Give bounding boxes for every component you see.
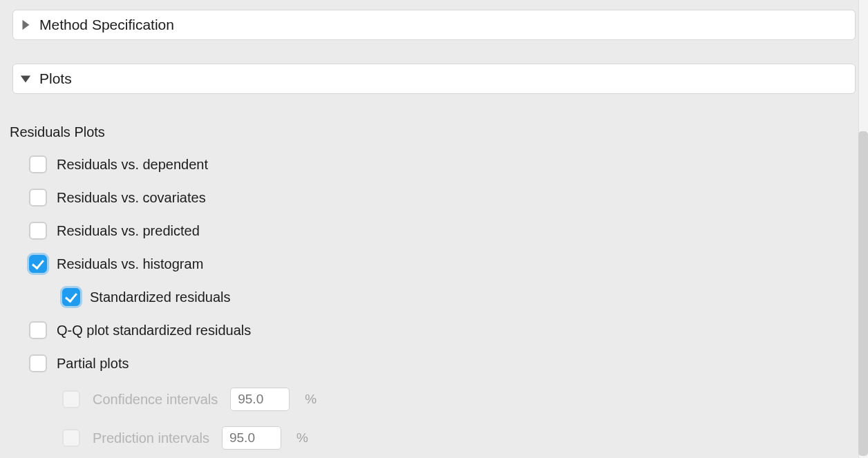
checkbox-residuals-vs-covariates[interactable] xyxy=(29,189,47,207)
suffix-prediction-intervals: % xyxy=(296,430,308,446)
option-partial-plots[interactable]: Partial plots xyxy=(29,354,856,372)
panel-method-specification[interactable]: Method Specification xyxy=(12,10,856,40)
checkbox-prediction-intervals xyxy=(62,429,80,447)
svg-marker-0 xyxy=(23,20,30,30)
panel-title-plots: Plots xyxy=(39,70,72,87)
section-label-residuals-plots: Residuals Plots xyxy=(10,124,856,140)
chevron-right-icon xyxy=(19,18,32,32)
option-residuals-vs-predicted[interactable]: Residuals vs. predicted xyxy=(29,222,856,240)
option-residuals-vs-histogram[interactable]: Residuals vs. histogram xyxy=(29,255,856,273)
option-prediction-intervals: Prediction intervals % xyxy=(62,426,856,450)
checkbox-confidence-intervals xyxy=(62,390,80,408)
label-prediction-intervals: Prediction intervals xyxy=(93,430,209,446)
checkbox-standardized-residuals[interactable] xyxy=(62,288,80,306)
label-partial-plots: Partial plots xyxy=(57,356,129,372)
label-residuals-vs-histogram: Residuals vs. histogram xyxy=(57,256,203,272)
residuals-plots-options: Residuals vs. dependent Residuals vs. co… xyxy=(29,155,856,450)
checkbox-residuals-vs-histogram[interactable] xyxy=(29,255,47,273)
label-residuals-vs-predicted: Residuals vs. predicted xyxy=(57,223,200,239)
label-confidence-intervals: Confidence intervals xyxy=(93,392,218,408)
label-residuals-vs-covariates: Residuals vs. covariates xyxy=(57,190,206,206)
option-confidence-intervals: Confidence intervals % xyxy=(62,388,856,411)
panel-plots[interactable]: Plots xyxy=(12,64,856,94)
scrollbar-thumb[interactable] xyxy=(858,131,868,456)
option-residuals-vs-dependent[interactable]: Residuals vs. dependent xyxy=(29,155,856,173)
options-page: Method Specification Plots Residuals Plo… xyxy=(0,0,868,458)
panel-title-method-specification: Method Specification xyxy=(39,17,174,33)
checkbox-partial-plots[interactable] xyxy=(29,354,47,372)
option-qq-plot[interactable]: Q-Q plot standardized residuals xyxy=(29,321,856,339)
scrollbar-track[interactable] xyxy=(858,0,868,458)
checkbox-qq-plot[interactable] xyxy=(29,321,47,339)
label-residuals-vs-dependent: Residuals vs. dependent xyxy=(57,157,208,173)
checkbox-residuals-vs-dependent[interactable] xyxy=(29,155,47,173)
option-standardized-residuals[interactable]: Standardized residuals xyxy=(62,288,856,306)
svg-marker-1 xyxy=(21,76,30,83)
checkbox-residuals-vs-predicted[interactable] xyxy=(29,222,47,240)
input-confidence-intervals[interactable] xyxy=(230,388,290,411)
input-prediction-intervals[interactable] xyxy=(222,426,281,450)
label-standardized-residuals: Standardized residuals xyxy=(90,289,230,305)
label-qq-plot: Q-Q plot standardized residuals xyxy=(57,323,251,338)
suffix-confidence-intervals: % xyxy=(305,392,317,407)
chevron-down-icon xyxy=(19,72,32,86)
option-residuals-vs-covariates[interactable]: Residuals vs. covariates xyxy=(29,189,856,207)
